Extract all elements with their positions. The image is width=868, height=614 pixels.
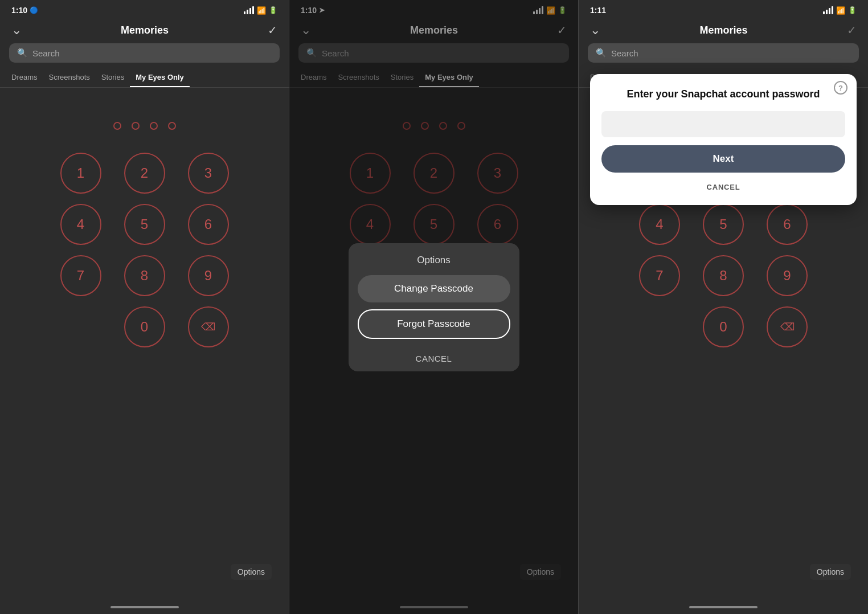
search-icon-1: 🔍 [17,48,28,58]
numpad-0-3[interactable]: 0 [703,306,744,347]
numpad-7-1[interactable]: 7 [60,255,101,296]
time-label-1: 1:10 [11,6,27,15]
bottom-bar-3 [689,606,758,608]
search-bar-1[interactable]: 🔍 Search [9,43,280,63]
phone-panel-3: 1:11 📶 🔋 ⌄ Memories ✓ 🔍 Search Dreams Sc… [579,0,868,614]
numpad-6-1[interactable]: 6 [188,204,229,245]
dot-1-1 [113,122,121,130]
tab-screenshots-1[interactable]: Screenshots [43,68,96,87]
time-label-3: 1:11 [590,6,606,15]
numpad-row-3-1: 7 8 9 [60,255,229,296]
battery-icon-3: 🔋 [848,6,857,14]
numpad-row-4-1: 0 ⌫ [60,306,229,347]
password-input[interactable] [601,111,845,137]
options-popup-title: Options [349,243,519,275]
numpad-4-3[interactable]: 4 [639,204,680,245]
tab-dreams-1[interactable]: Dreams [6,68,43,87]
search-bar-3[interactable]: 🔍 Search [588,43,859,63]
status-time-3: 1:11 [590,6,606,15]
signal-icon-3 [823,6,833,14]
numpad-2-1[interactable]: 2 [124,153,165,194]
search-placeholder-1: Search [32,48,60,58]
checkmark-icon-3[interactable]: ✓ [847,23,857,37]
options-label-3[interactable]: Options [810,564,851,580]
numpad-0-1[interactable]: 0 [124,306,165,347]
numpad-9-3[interactable]: 9 [767,255,808,296]
battery-icon-1: 🔋 [269,6,277,14]
back-chevron-icon-3[interactable]: ⌄ [590,23,600,38]
numpad-delete-1[interactable]: ⌫ [188,306,229,347]
header-3: ⌄ Memories ✓ [579,18,868,43]
numpad-empty-1 [60,306,101,347]
back-chevron-icon-1[interactable]: ⌄ [11,23,22,38]
tab-myeyesonly-1[interactable]: My Eyes Only [130,68,190,87]
status-bar-1: 1:10 🔵 📶 🔋 [0,0,289,18]
password-dialog-title: Enter your Snapchat account password [601,88,845,101]
options-popup: Options Change Passcode Forgot Passcode … [349,243,519,371]
header-1: ⌄ Memories ✓ [0,18,289,43]
dot-2-1 [132,122,140,130]
numpad-row-4-3: 0 ⌫ [639,306,808,347]
numpad-row-2-1: 4 5 6 [60,204,229,245]
search-placeholder-3: Search [611,48,638,58]
dot-4-1 [168,122,176,130]
numpad-3-1[interactable]: 3 [188,153,229,194]
numpad-9-1[interactable]: 9 [188,255,229,296]
numpad-1: 1 2 3 4 5 6 7 8 9 0 ⌫ [0,153,289,347]
numpad-6-3[interactable]: 6 [767,204,808,245]
status-time-1: 1:10 🔵 [11,6,38,15]
numpad-4-1[interactable]: 4 [60,204,101,245]
wifi-icon-1: 📶 [257,6,266,15]
wifi-icon-3: 📶 [836,6,845,15]
numpad-delete-3[interactable]: ⌫ [767,306,808,347]
tabs-1: Dreams Screenshots Stories My Eyes Only [0,68,289,88]
options-cancel-button[interactable]: CANCEL [349,346,519,371]
password-cancel-button[interactable]: CANCEL [601,178,845,196]
header-title-1: Memories [121,24,169,36]
change-passcode-button[interactable]: Change Passcode [358,275,510,302]
numpad-7-3[interactable]: 7 [639,255,680,296]
status-icons-1: 📶 🔋 [244,6,277,15]
numpad-5-3[interactable]: 5 [703,204,744,245]
password-dialog: ? Enter your Snapchat account password N… [590,74,857,205]
forgot-passcode-button[interactable]: Forgot Passcode [358,309,510,339]
phone-panel-1: 1:10 🔵 📶 🔋 ⌄ Memories ✓ 🔍 Search Dreams … [0,0,289,614]
passcode-dots-1 [0,122,289,130]
numpad-5-1[interactable]: 5 [124,204,165,245]
numpad-empty-3 [639,306,680,347]
status-icons-3: 📶 🔋 [823,6,857,15]
options-modal-overlay[interactable]: Options Change Passcode Forgot Passcode … [289,0,578,614]
bottom-bar-1 [110,606,179,608]
header-title-3: Memories [699,24,747,36]
help-icon[interactable]: ? [834,81,847,95]
numpad-row-1-1: 1 2 3 [60,153,229,194]
tab-stories-1[interactable]: Stories [96,68,130,87]
next-button[interactable]: Next [601,145,845,173]
numpad-8-3[interactable]: 8 [703,255,744,296]
dot-3-1 [150,122,158,130]
signal-icon-1 [244,6,254,14]
options-label-1[interactable]: Options [231,564,272,580]
search-icon-3: 🔍 [596,48,607,58]
checkmark-icon-1[interactable]: ✓ [268,23,277,37]
status-bar-3: 1:11 📶 🔋 [579,0,868,18]
numpad-8-1[interactable]: 8 [124,255,165,296]
location-icon-1: 🔵 [30,6,38,14]
numpad-row-2-3: 4 5 6 [639,204,808,245]
numpad-1-1[interactable]: 1 [60,153,101,194]
phone-panel-2: 1:10 ➤ 📶 🔋 ⌄ Memories ✓ 🔍 Search Dreams … [289,0,579,614]
numpad-row-3-3: 7 8 9 [639,255,808,296]
